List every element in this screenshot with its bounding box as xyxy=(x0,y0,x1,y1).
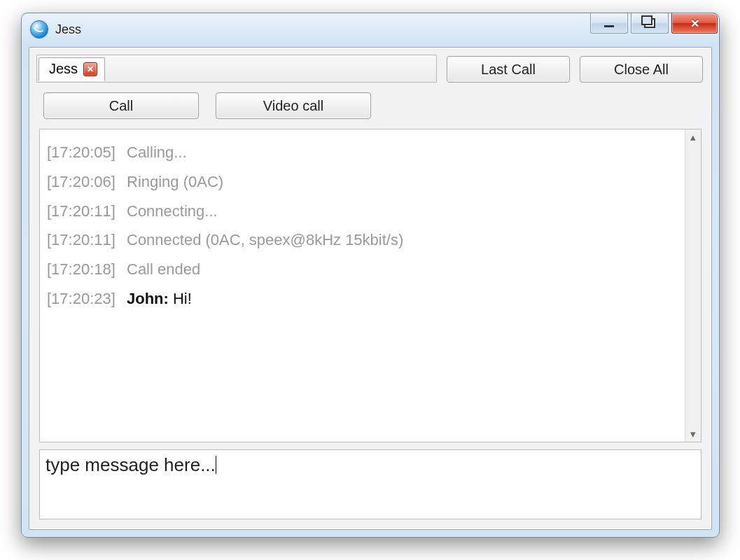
call-button[interactable]: Call xyxy=(43,92,199,119)
conversation-log[interactable]: [17:20:05] Calling...[17:20:06] Ringing … xyxy=(40,130,685,442)
log-text: Connected (0AC, speex@8kHz 15kbit/s) xyxy=(123,231,403,248)
tab-row: Jess ✕ Last Call Close All xyxy=(29,48,711,83)
minimize-icon xyxy=(604,25,614,27)
close-icon: ✕ xyxy=(690,17,699,30)
chat-window: Jess ✕ Jess ✕ Last Call xyxy=(21,13,720,538)
scroll-up-icon[interactable]: ▴ xyxy=(687,131,699,144)
tab-close-button[interactable]: ✕ xyxy=(83,62,97,76)
tab-strip: Jess ✕ xyxy=(36,55,437,83)
message-input-container: type message here... xyxy=(39,449,701,519)
conversation-tab[interactable]: Jess ✕ xyxy=(39,57,105,81)
log-status: [17:20:18] Call ended xyxy=(47,255,678,284)
text-caret xyxy=(216,456,216,474)
log-timestamp: [17:20:23] xyxy=(47,290,116,307)
video-call-button[interactable]: Video call xyxy=(216,92,371,119)
log-timestamp: [17:20:18] xyxy=(47,260,116,278)
titlebar[interactable]: Jess ✕ xyxy=(22,13,719,46)
scrollbar[interactable]: ▴ ▾ xyxy=(685,130,701,442)
log-text: Hi! xyxy=(173,290,192,307)
log-status: [17:20:05] Calling... xyxy=(47,138,678,167)
close-icon: ✕ xyxy=(87,64,94,74)
log-message: [17:20:23] John: Hi! xyxy=(47,284,678,314)
maximize-icon xyxy=(644,18,655,28)
log-status: [17:20:11] Connected (0AC, speex@8kHz 15… xyxy=(47,225,678,255)
window-controls: ✕ xyxy=(587,13,718,34)
client-area: Jess ✕ Last Call Close All Call Video ca… xyxy=(29,47,712,530)
scroll-down-icon[interactable]: ▾ xyxy=(687,428,699,440)
message-input-value: type message here... xyxy=(46,454,216,475)
log-timestamp: [17:20:11] xyxy=(47,231,116,248)
maximize-button[interactable] xyxy=(631,13,669,34)
log-text: Ringing (0AC) xyxy=(123,173,223,190)
log-timestamp: [17:20:11] xyxy=(47,202,116,220)
close-window-button[interactable]: ✕ xyxy=(671,13,718,34)
window-title: Jess xyxy=(55,22,81,37)
log-sender: John: xyxy=(123,290,173,307)
app-icon xyxy=(30,20,48,38)
conversation-log-container: [17:20:05] Calling...[17:20:06] Ringing … xyxy=(39,129,701,442)
log-timestamp: [17:20:06] xyxy=(47,173,116,190)
log-text: Call ended xyxy=(123,260,200,278)
log-timestamp: [17:20:05] xyxy=(47,144,116,161)
log-text: Calling... xyxy=(123,144,187,161)
log-text: Connecting... xyxy=(123,202,218,220)
close-all-button[interactable]: Close All xyxy=(580,56,703,83)
log-status: [17:20:06] Ringing (0AC) xyxy=(47,167,678,197)
tab-label: Jess xyxy=(49,61,78,77)
minimize-button[interactable] xyxy=(590,13,628,34)
last-call-button[interactable]: Last Call xyxy=(447,56,570,83)
log-status: [17:20:11] Connecting... xyxy=(47,197,678,226)
message-input[interactable]: type message here... xyxy=(46,454,695,514)
call-action-row: Call Video call xyxy=(29,83,711,126)
